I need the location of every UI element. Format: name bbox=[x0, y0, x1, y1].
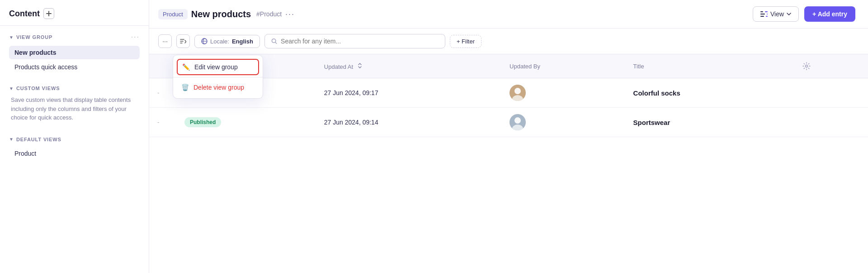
row-dash-1: - bbox=[149, 78, 176, 108]
sidebar-item-products-quick-access[interactable]: Products quick access bbox=[9, 60, 140, 74]
col-header-updated-at[interactable]: Updated At bbox=[316, 54, 501, 78]
col-header-settings[interactable] bbox=[792, 54, 868, 78]
col-header-spacer bbox=[149, 54, 176, 78]
sidebar-item-label: Product bbox=[14, 150, 36, 157]
table-settings-icon[interactable] bbox=[800, 60, 813, 72]
view-icon bbox=[760, 11, 768, 17]
svg-point-15 bbox=[514, 117, 521, 124]
sidebar: Content ▼ VIEW GROUP ··· New products Pr… bbox=[0, 0, 149, 273]
row-updated-by-2 bbox=[501, 108, 625, 137]
row-action-1 bbox=[792, 78, 868, 108]
delete-icon: 🗑️ bbox=[181, 84, 189, 91]
col-header-title: Title bbox=[625, 54, 792, 78]
sidebar-default-views-header: ▼ DEFAULT VIEWS bbox=[9, 137, 140, 142]
row-title-2: Sportswear bbox=[625, 108, 792, 137]
view-button-label: View bbox=[770, 10, 784, 18]
context-menu: ✏️ Edit view group 🗑️ Delete view group bbox=[173, 55, 263, 99]
filter-button-label: + Filter bbox=[457, 38, 475, 45]
custom-views-description: Save custom views that display table con… bbox=[9, 96, 140, 122]
svg-rect-1 bbox=[46, 13, 52, 14]
sidebar-custom-views-header: ▼ CUSTOM VIEWS bbox=[9, 86, 140, 91]
sidebar-item-product[interactable]: Product bbox=[9, 147, 140, 160]
svg-rect-3 bbox=[760, 14, 765, 14]
topbar: Product New products #Product ··· View +… bbox=[149, 0, 868, 29]
sidebar-item-label: New products bbox=[14, 49, 57, 56]
sidebar-custom-views-section: ▼ CUSTOM VIEWS Save custom views that di… bbox=[0, 78, 149, 129]
table-row[interactable]: - Published 27 Jun 2024, 09:14 Sportswea… bbox=[149, 108, 868, 137]
topbar-hash: #Product bbox=[256, 10, 282, 18]
custom-views-arrow-icon[interactable]: ▼ bbox=[9, 86, 14, 91]
locale-value: English bbox=[232, 38, 253, 45]
add-entry-button[interactable]: + Add entry bbox=[804, 6, 855, 22]
toolbar-more-button[interactable]: ··· bbox=[158, 34, 172, 48]
edit-icon: ✏️ bbox=[182, 63, 190, 71]
avatar bbox=[509, 114, 526, 130]
search-input-wrap[interactable] bbox=[264, 34, 445, 48]
row-action-2 bbox=[792, 108, 868, 137]
locale-prefix: Locale: bbox=[210, 38, 229, 45]
sidebar-item-new-products[interactable]: New products bbox=[9, 46, 140, 59]
delete-view-group-button[interactable]: 🗑️ Delete view group bbox=[173, 79, 263, 96]
edit-view-group-label: Edit view group bbox=[194, 63, 238, 71]
search-icon bbox=[271, 38, 277, 44]
locale-button[interactable]: Locale: English bbox=[194, 35, 260, 48]
add-entry-label: + Add entry bbox=[812, 10, 847, 18]
topbar-title: New products bbox=[191, 9, 251, 19]
row-updated-at-2: 27 Jun 2024, 09:14 bbox=[316, 108, 501, 137]
row-dash-2: - bbox=[149, 108, 176, 137]
svg-point-10 bbox=[805, 65, 807, 67]
topbar-left: Product New products #Product ··· bbox=[158, 9, 295, 19]
filter-button[interactable]: + Filter bbox=[450, 35, 481, 48]
edit-view-group-button[interactable]: ✏️ Edit view group bbox=[177, 59, 259, 75]
sidebar-item-label: Products quick access bbox=[14, 63, 77, 71]
col-header-updated-by: Updated By bbox=[501, 54, 625, 78]
context-menu-divider bbox=[173, 77, 263, 77]
view-group-more-icon[interactable]: ··· bbox=[131, 33, 140, 41]
sort-icon bbox=[357, 62, 363, 69]
svg-rect-5 bbox=[765, 11, 768, 12]
main-content: Product New products #Product ··· View +… bbox=[149, 0, 868, 273]
topbar-right: View + Add entry bbox=[753, 6, 855, 22]
svg-rect-4 bbox=[760, 16, 764, 17]
sidebar-add-icon[interactable] bbox=[43, 8, 54, 19]
sidebar-view-group-section: ▼ VIEW GROUP ··· New products Products q… bbox=[0, 26, 149, 78]
delete-view-group-label: Delete view group bbox=[193, 84, 244, 91]
row-title-1: Colorful socks bbox=[625, 78, 792, 108]
svg-rect-2 bbox=[760, 11, 763, 12]
row-updated-by-1 bbox=[501, 78, 625, 108]
view-group-arrow-icon[interactable]: ▼ bbox=[9, 35, 14, 40]
sidebar-view-group-header: ▼ VIEW GROUP ··· bbox=[9, 33, 140, 41]
sidebar-default-views-section: ▼ DEFAULT VIEWS Product bbox=[0, 129, 149, 165]
toolbar-collapse-button[interactable] bbox=[176, 34, 190, 48]
svg-rect-7 bbox=[766, 16, 768, 17]
svg-rect-6 bbox=[767, 14, 768, 14]
chevron-down-icon bbox=[787, 13, 791, 15]
default-views-label: DEFAULT VIEWS bbox=[16, 137, 61, 142]
view-group-label: VIEW GROUP bbox=[16, 34, 52, 40]
avatar bbox=[509, 85, 526, 101]
locale-icon bbox=[201, 38, 208, 44]
svg-point-12 bbox=[514, 88, 521, 94]
toolbar: ··· Locale: English + Filter ✏️ Edit vie… bbox=[149, 29, 868, 54]
topbar-more-icon[interactable]: ··· bbox=[285, 10, 295, 19]
row-updated-at-1: 27 Jun 2024, 09:17 bbox=[316, 78, 501, 108]
sidebar-header: Content bbox=[0, 0, 149, 26]
default-views-arrow-icon[interactable]: ▼ bbox=[9, 137, 14, 142]
view-button[interactable]: View bbox=[753, 6, 799, 22]
topbar-tag[interactable]: Product bbox=[158, 9, 188, 19]
row-stage-2: Published bbox=[176, 108, 316, 137]
custom-views-label: CUSTOM VIEWS bbox=[16, 86, 60, 91]
search-input[interactable] bbox=[281, 38, 439, 45]
sidebar-title: Content bbox=[9, 9, 40, 19]
